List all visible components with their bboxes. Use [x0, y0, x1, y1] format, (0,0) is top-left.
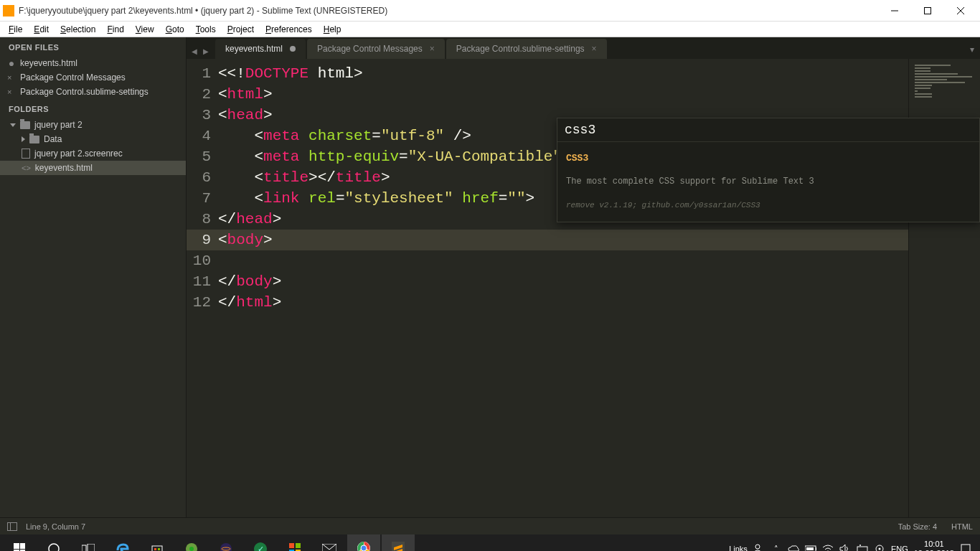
- tab[interactable]: Package Control.sublime-settings×: [446, 39, 607, 59]
- language-indicator[interactable]: ENG: [891, 545, 908, 551]
- input-indicator-icon[interactable]: [857, 543, 868, 551]
- line-number: 8: [187, 209, 211, 230]
- menu-preferences[interactable]: Preferences: [260, 23, 318, 36]
- svg-rect-29: [816, 547, 816, 550]
- result-meta: remove v2.1.19; github.com/y0ssar1an/CSS…: [566, 195, 971, 216]
- line-number: 5: [187, 146, 211, 167]
- volume-icon[interactable]: [839, 543, 851, 551]
- task-view-button[interactable]: [72, 534, 105, 551]
- code-line[interactable]: [218, 250, 908, 271]
- taskbar-clock[interactable]: 10:01 10-09-2018: [914, 540, 954, 551]
- menu-find[interactable]: Find: [101, 23, 129, 36]
- menu-goto[interactable]: Goto: [160, 23, 190, 36]
- taskbar-mail[interactable]: [313, 534, 346, 551]
- sidebar-item[interactable]: Data: [0, 132, 186, 146]
- taskbar-app-2[interactable]: ✓: [244, 534, 277, 551]
- taskbar-app-3[interactable]: [278, 534, 311, 551]
- taskbar-chrome[interactable]: [347, 534, 380, 551]
- taskbar-sublime[interactable]: [382, 534, 415, 551]
- folder-icon: [29, 136, 39, 143]
- close-icon[interactable]: ×: [592, 44, 597, 54]
- onedrive-icon[interactable]: [788, 543, 799, 551]
- cortana-button[interactable]: [37, 534, 70, 551]
- tab-size[interactable]: Tab Size: 4: [898, 522, 937, 531]
- close-icon[interactable]: ×: [430, 44, 435, 54]
- command-palette-input[interactable]: [557, 118, 979, 141]
- taskbar-links[interactable]: Links: [729, 545, 748, 551]
- open-file-item[interactable]: ×Package Control.sublime-settings: [0, 85, 186, 99]
- sidebar-item-label: jquery part 2.screenrec: [34, 149, 123, 159]
- tab-scroll-right[interactable]: ▶: [201, 46, 211, 56]
- svg-point-25: [361, 545, 367, 551]
- command-palette-result[interactable]: CSS3 The most complete CSS support for S…: [557, 141, 979, 222]
- wifi-icon[interactable]: [822, 543, 834, 551]
- taskbar-eclipse[interactable]: [209, 534, 242, 551]
- menubar: FileEditSelectionFindViewGotoToolsProjec…: [0, 22, 980, 37]
- code-line[interactable]: </body>: [218, 271, 908, 292]
- close-icon[interactable]: ×: [7, 73, 16, 82]
- svg-point-35: [878, 548, 880, 550]
- code-line[interactable]: <<!DOCTYPE html>: [218, 63, 908, 84]
- code-line[interactable]: </html>: [218, 292, 908, 313]
- editor-area: ◀ ▶ keyevents.htmlPackage Control Messag…: [187, 37, 980, 517]
- taskbar-store[interactable]: [141, 534, 174, 551]
- app-icon: [3, 5, 14, 17]
- folder-icon: [20, 121, 30, 129]
- menu-view[interactable]: View: [130, 23, 160, 36]
- dirty-indicator-icon: ●: [7, 60, 16, 66]
- editor[interactable]: 123456789101112 <<!DOCTYPE html><html><h…: [187, 59, 980, 517]
- tab[interactable]: Package Control Messages×: [307, 39, 445, 59]
- menu-edit[interactable]: Edit: [28, 23, 55, 36]
- menu-help[interactable]: Help: [318, 23, 347, 36]
- tab-scroll-left[interactable]: ◀: [189, 46, 199, 56]
- close-button[interactable]: [944, 0, 977, 22]
- code-line[interactable]: <body>: [218, 230, 908, 250]
- menu-project[interactable]: Project: [222, 23, 260, 36]
- open-file-item[interactable]: ●keyevents.html: [0, 56, 186, 70]
- syntax-mode[interactable]: HTML: [951, 522, 973, 531]
- window-titlebar: F:\jqueryyoutube\jquery part 2\keyevents…: [0, 0, 980, 22]
- tab-label: Package Control Messages: [317, 44, 423, 54]
- line-number: 6: [187, 167, 211, 188]
- svg-point-27: [755, 545, 760, 549]
- svg-point-4: [49, 544, 59, 551]
- taskbar-app-1[interactable]: [175, 534, 208, 551]
- tray-up-icon[interactable]: ˄: [771, 543, 782, 551]
- file-icon: [22, 149, 30, 159]
- menu-file[interactable]: File: [3, 23, 28, 36]
- menu-tools[interactable]: Tools: [190, 23, 222, 36]
- folder-root[interactable]: jquery part 2: [0, 118, 186, 132]
- svg-rect-6: [88, 544, 95, 551]
- window-controls: [878, 0, 977, 22]
- line-number: 10: [187, 250, 211, 271]
- panel-switcher-icon[interactable]: [7, 522, 17, 531]
- maximize-button[interactable]: [911, 0, 944, 22]
- svg-rect-18: [289, 543, 294, 548]
- taskbar-edge[interactable]: [106, 534, 139, 551]
- clock-time: 10:01: [914, 540, 954, 549]
- gutter: 123456789101112: [187, 59, 218, 517]
- notifications-icon[interactable]: [960, 543, 971, 551]
- open-file-label: Package Control.sublime-settings: [20, 87, 149, 97]
- svg-rect-7: [152, 546, 162, 551]
- tab[interactable]: keyevents.html: [215, 39, 306, 59]
- code-line[interactable]: <html>: [218, 84, 908, 105]
- statusbar: Line 9, Column 7 Tab Size: 4 HTML: [0, 517, 980, 534]
- sidebar-item[interactable]: jquery part 2.screenrec: [0, 146, 186, 161]
- open-file-item[interactable]: ×Package Control Messages: [0, 70, 186, 85]
- battery-icon[interactable]: [805, 543, 816, 551]
- sidebar-item[interactable]: <>keyevents.html: [0, 161, 186, 175]
- start-button[interactable]: [3, 534, 36, 551]
- tabbar: ◀ ▶ keyevents.htmlPackage Control Messag…: [187, 37, 980, 59]
- menu-selection[interactable]: Selection: [55, 23, 101, 36]
- svg-rect-19: [296, 543, 301, 548]
- people-icon[interactable]: [753, 543, 765, 551]
- window-title: F:\jqueryyoutube\jquery part 2\keyevents…: [19, 6, 878, 16]
- tab-menu-button[interactable]: ▾: [970, 44, 974, 55]
- svg-rect-5: [82, 545, 86, 551]
- svg-rect-36: [961, 545, 970, 551]
- location-icon[interactable]: [874, 543, 885, 551]
- close-icon[interactable]: ×: [7, 88, 16, 96]
- minimize-button[interactable]: [878, 0, 911, 22]
- cursor-position[interactable]: Line 9, Column 7: [26, 522, 85, 531]
